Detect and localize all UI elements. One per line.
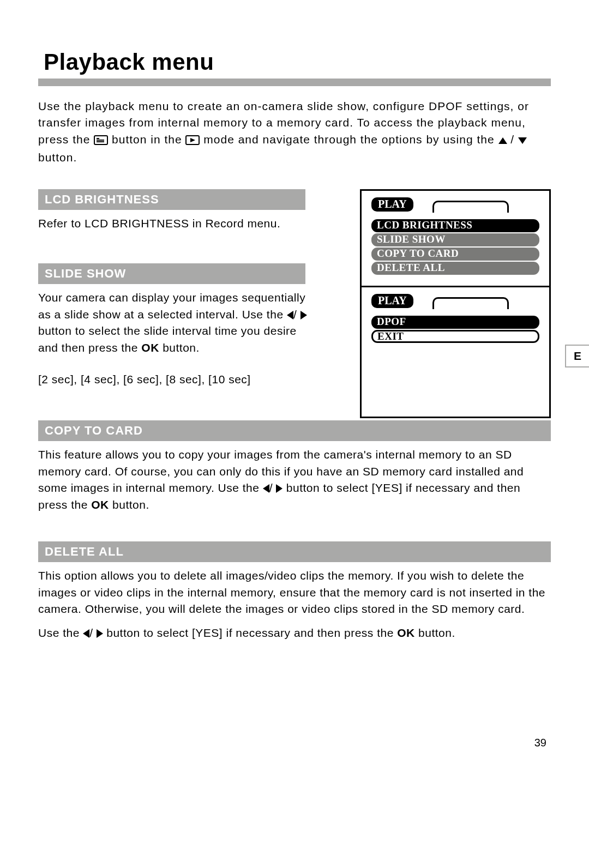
- playback-mode-icon: [185, 133, 200, 149]
- side-tab-language: E: [565, 345, 589, 367]
- lcd-brightness-body: Refer to LCD BRIGHTNESS in Record menu.: [38, 215, 316, 232]
- lcd-tab-label: PLAY: [371, 197, 413, 212]
- lcd-screen-bottom: PLAY DPOF EXIT: [360, 287, 551, 418]
- svg-marker-5: [190, 138, 195, 142]
- lcd-menu-item: SLIDE SHOW: [371, 233, 539, 246]
- lcd-menu-item: DELETE ALL: [371, 262, 539, 275]
- down-arrow-icon: [518, 137, 527, 144]
- lcd-menu-item: COPY TO CARD: [371, 248, 539, 261]
- up-arrow-icon: [498, 137, 507, 144]
- section-heading-copy-to-card: COPY TO CARD: [38, 420, 551, 441]
- lcd-screen-top: PLAY LCD BRIGHTNESS SLIDE SHOW COPY TO C…: [360, 189, 551, 287]
- page-title: Playback menu: [38, 49, 551, 79]
- slide-show-intervals: [2 sec], [4 sec], [6 sec], [8 sec], [10 …: [38, 371, 316, 388]
- right-arrow-icon: [300, 311, 307, 320]
- slide-show-body: Your camera can display your images sequ…: [38, 290, 316, 356]
- right-arrow-icon: [97, 629, 103, 638]
- section-heading-lcd-brightness: LCD BRIGHTNESS: [38, 189, 305, 210]
- page-number: 39: [534, 737, 546, 749]
- lcd-menu-item: EXIT: [371, 330, 539, 343]
- intro-paragraph: Use the playback menu to create an on-ca…: [38, 98, 551, 166]
- section-heading-delete-all: DELETE ALL: [38, 541, 551, 562]
- delete-all-body-1: This option allows you to delete all ima…: [38, 568, 551, 617]
- section-heading-slide-show: SLIDE SHOW: [38, 263, 305, 284]
- menu-icon: [94, 133, 108, 149]
- title-underline: [38, 79, 551, 86]
- left-arrow-icon: [83, 629, 89, 638]
- copy-to-card-body: This feature allows you to copy your ima…: [38, 447, 551, 513]
- lcd-menu-item: DPOF: [371, 316, 539, 329]
- left-arrow-icon: [287, 311, 293, 320]
- lcd-illustration: PLAY LCD BRIGHTNESS SLIDE SHOW COPY TO C…: [360, 189, 551, 418]
- delete-all-body-2: Use the / button to select [YES] if nece…: [38, 625, 551, 641]
- lcd-menu-item: LCD BRIGHTNESS: [371, 219, 539, 232]
- left-arrow-icon: [263, 484, 269, 493]
- lcd-tab-label: PLAY: [371, 294, 413, 308]
- right-arrow-icon: [276, 484, 283, 493]
